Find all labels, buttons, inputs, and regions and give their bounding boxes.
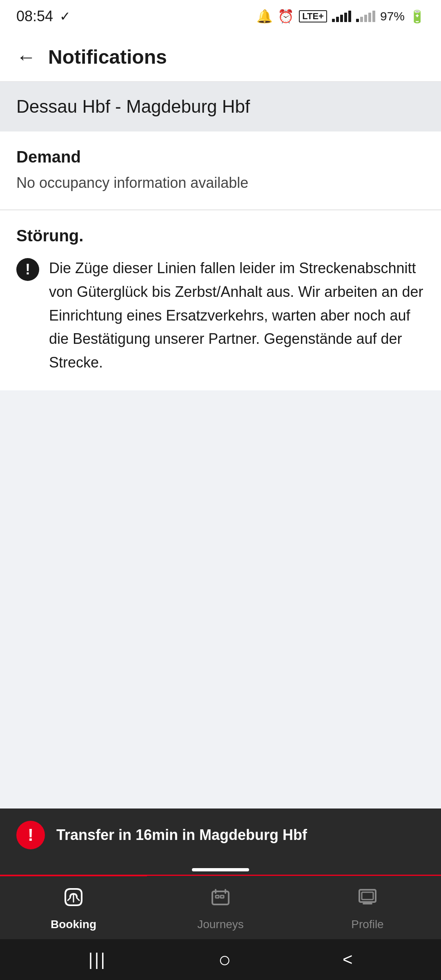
- home-indicator-bar: [0, 862, 441, 875]
- system-navigation: ||| ○ <: [0, 939, 441, 980]
- home-button[interactable]: ○: [218, 947, 231, 972]
- tab-profile[interactable]: Profile: [294, 876, 441, 939]
- signal-strength-2: [356, 11, 375, 22]
- transfer-text: Transfer in 16min in Magdeburg Hbf: [56, 826, 307, 844]
- bottom-navigation-container: ! Transfer in 16min in Magdeburg Hbf: [0, 808, 441, 980]
- empty-area: [0, 390, 441, 808]
- status-icons: 🔔 ⏰ LTE+ 97% 🔋: [256, 9, 425, 24]
- home-indicator-pill: [192, 868, 249, 871]
- nav-tabs: Booking Journeys: [0, 875, 441, 939]
- tab-booking-label: Booking: [51, 918, 96, 931]
- clock-icon: ⏰: [278, 9, 294, 24]
- top-navigation: ← Notifications: [0, 33, 441, 82]
- tab-profile-label: Profile: [351, 918, 383, 931]
- page-title: Notifications: [48, 46, 167, 68]
- journeys-icon: [209, 886, 232, 914]
- recent-apps-button[interactable]: |||: [89, 950, 107, 969]
- back-button[interactable]: ←: [16, 46, 36, 68]
- bottom-tab-nav: Booking Journeys: [0, 862, 441, 939]
- checkmark-icon: ✓: [60, 9, 71, 24]
- network-badge: LTE+: [299, 10, 327, 22]
- back-nav-button[interactable]: <: [343, 950, 353, 969]
- warning-icon: !: [16, 258, 39, 281]
- alarm-icon: 🔔: [256, 9, 273, 24]
- tab-journeys-label: Journeys: [197, 918, 244, 931]
- demand-title: Demand: [16, 148, 425, 166]
- svg-rect-2: [220, 895, 224, 898]
- svg-rect-8: [362, 892, 373, 900]
- status-time: 08:54: [16, 8, 53, 25]
- route-title: Dessau Hbf - Magdeburg Hbf: [16, 96, 250, 116]
- storung-section: Störung. ! Die Züge dieser Linien fallen…: [0, 210, 441, 390]
- booking-icon: [62, 886, 85, 914]
- signal-strength-1: [332, 11, 351, 22]
- storung-text: Die Züge dieser Linien fallen leider im …: [49, 256, 425, 374]
- demand-text: No occupancy information available: [16, 173, 425, 193]
- transfer-alert-icon: !: [16, 821, 45, 849]
- svg-rect-1: [216, 895, 219, 898]
- transfer-banner: ! Transfer in 16min in Magdeburg Hbf: [0, 808, 441, 862]
- demand-section: Demand No occupancy information availabl…: [0, 131, 441, 210]
- tab-journeys[interactable]: Journeys: [147, 876, 294, 939]
- status-bar: 08:54 ✓ 🔔 ⏰ LTE+ 97% 🔋: [0, 0, 441, 33]
- battery-level: 97%: [380, 9, 405, 23]
- storung-content: ! Die Züge dieser Linien fallen leider i…: [16, 256, 425, 374]
- tab-booking[interactable]: Booking: [0, 876, 147, 939]
- main-content: ← Notifications Dessau Hbf - Magdeburg H…: [0, 33, 441, 980]
- storung-title: Störung.: [16, 227, 425, 245]
- route-header: Dessau Hbf - Magdeburg Hbf: [0, 82, 441, 131]
- profile-icon: [356, 886, 379, 914]
- battery-icon: 🔋: [410, 9, 425, 24]
